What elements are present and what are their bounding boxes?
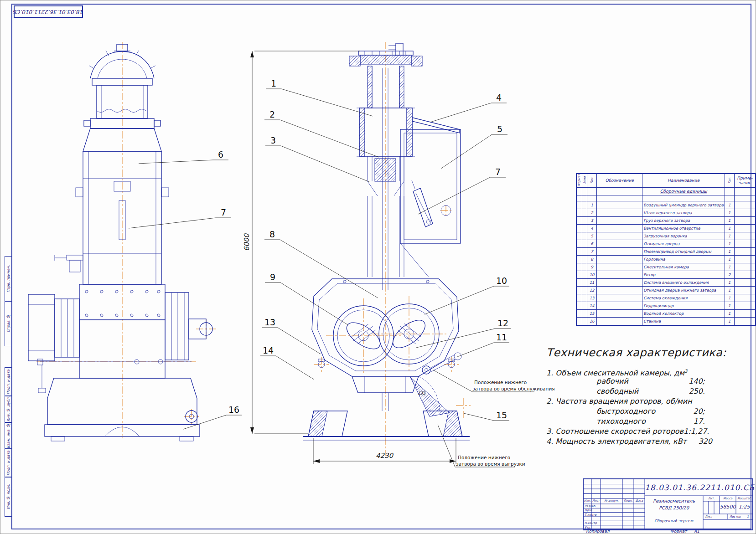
col-list: Лист — [591, 499, 601, 502]
part-cell — [734, 286, 756, 294]
part-cell: 1 — [725, 232, 735, 240]
part-cell — [597, 240, 642, 247]
sheets-value: 1 — [747, 515, 749, 519]
part-cell — [582, 294, 587, 302]
part-cell — [734, 271, 756, 278]
drawing-sheet: { "sheet": { "corner_stamp": "18.03.01.3… — [0, 0, 756, 534]
part-cell: 7 — [587, 247, 597, 255]
tech-row-label: быстроходного — [596, 406, 655, 416]
part-cell: 13 — [587, 294, 597, 302]
part-cell — [576, 209, 582, 216]
callout-10: 10 — [496, 276, 507, 286]
part-cell — [576, 302, 582, 309]
part-cell — [582, 232, 587, 240]
part-cell: 1 — [725, 278, 735, 286]
part-cell: Горловина — [642, 255, 725, 263]
part-cell: 1 — [725, 302, 735, 309]
section-title-cell: Сборочные единицы — [642, 187, 725, 195]
part-cell — [582, 271, 587, 278]
titleblock-doc-number: 18.03.01.36.2211.010.СБ — [645, 479, 752, 496]
part-row: 12Откидная дверца нижнего затвора1 — [576, 286, 756, 294]
dim-width: 4230 — [376, 452, 394, 460]
part-cell — [734, 255, 756, 263]
part-cell — [597, 278, 642, 286]
part-cell: 1 — [725, 247, 735, 255]
part-row: 15Водяной коллектор1 — [576, 309, 756, 317]
spacer-row — [576, 195, 756, 201]
tech-row-label: свободный — [596, 386, 638, 396]
col-pos: Поз. — [587, 174, 597, 187]
part-cell — [734, 232, 756, 240]
part-row: 8Горловина1 — [576, 255, 756, 263]
callout-9: 9 — [270, 272, 275, 282]
tech-row-value: 20; — [679, 406, 705, 416]
part-cell: 3 — [587, 216, 597, 224]
note-unload-line2: затвора во время выгрузки — [456, 461, 525, 467]
tech-row: свободный250. — [546, 386, 705, 396]
copied-label: Копировал — [586, 529, 609, 534]
parts-table-header: Формат Зона Поз. Обозначение Наименовани… — [576, 174, 756, 187]
tech-title: Техническая характеристика: — [546, 346, 705, 359]
mass-label: Масса — [720, 497, 736, 500]
row-nkontr: Н.контр — [585, 521, 597, 525]
part-cell: 10 — [587, 271, 597, 278]
callout-16: 16 — [228, 405, 239, 415]
part-row: 2Шток верхнего затвора1 — [576, 209, 756, 216]
doc-type: Сборочный чертеж — [645, 519, 703, 523]
mass-value: 58500 — [720, 504, 736, 510]
part-cell: 2 — [725, 271, 735, 278]
callout-12: 12 — [497, 318, 508, 328]
part-cell — [597, 247, 642, 255]
part-cell — [576, 247, 582, 255]
tech-specs: Техническая характеристика: 1. Объем сме… — [546, 346, 705, 447]
dim-angle: 135 — [418, 391, 426, 395]
part-cell: 1 — [725, 240, 735, 247]
part-cell — [597, 201, 642, 209]
callout-8: 8 — [269, 229, 275, 239]
part-cell: Гидроцилиндр — [642, 302, 725, 309]
part-cell — [597, 232, 642, 240]
callout-14: 14 — [263, 345, 274, 355]
part-cell — [576, 317, 582, 325]
callout-1: 1 — [271, 78, 276, 88]
callout-6: 6 — [218, 149, 223, 159]
part-cell — [734, 209, 756, 216]
part-cell — [597, 302, 642, 309]
part-row: 9Смесительная камера1 — [576, 263, 756, 271]
col-note: Приме- чание — [734, 174, 756, 187]
part-cell — [597, 271, 642, 278]
part-cell — [597, 216, 642, 224]
part-cell — [734, 294, 756, 302]
part-cell — [597, 209, 642, 216]
part-cell: 11 — [587, 278, 597, 286]
col-dokum: № докум. — [601, 499, 622, 502]
col-podp: Подп. — [622, 499, 634, 502]
part-cell — [734, 240, 756, 247]
callout-7-left: 7 — [221, 207, 226, 217]
tech-row-label: тихоходного — [596, 416, 646, 426]
part-cell — [582, 263, 587, 271]
part-row: 16Станина1 — [576, 317, 756, 325]
row-tkontr: Т.контр — [585, 513, 596, 517]
col-format: Формат — [576, 174, 582, 187]
part-cell — [582, 309, 587, 317]
part-cell: 14 — [587, 302, 597, 309]
part-cell: 4 — [587, 224, 597, 232]
tech-row: 3. Соотношение скоростей роторов1:1,27. — [546, 426, 705, 436]
part-cell — [597, 294, 642, 302]
part-cell: 16 — [587, 317, 597, 325]
part-cell — [576, 232, 582, 240]
part-cell — [582, 209, 587, 216]
tech-row-label: 3. Соотношение скоростей роторов — [546, 426, 684, 436]
part-cell — [576, 263, 582, 271]
dim-height: 6000 — [243, 233, 251, 251]
tech-row-value: 320 — [687, 436, 712, 447]
tech-row-value — [687, 366, 713, 376]
row-razrab: Разраб. — [585, 504, 596, 508]
part-cell: 9 — [587, 263, 597, 271]
sheets-label: Листов — [730, 515, 740, 519]
part-cell — [734, 317, 756, 325]
callout-11: 11 — [496, 332, 507, 342]
part-cell — [597, 263, 642, 271]
col-name: Наименование — [642, 174, 725, 187]
